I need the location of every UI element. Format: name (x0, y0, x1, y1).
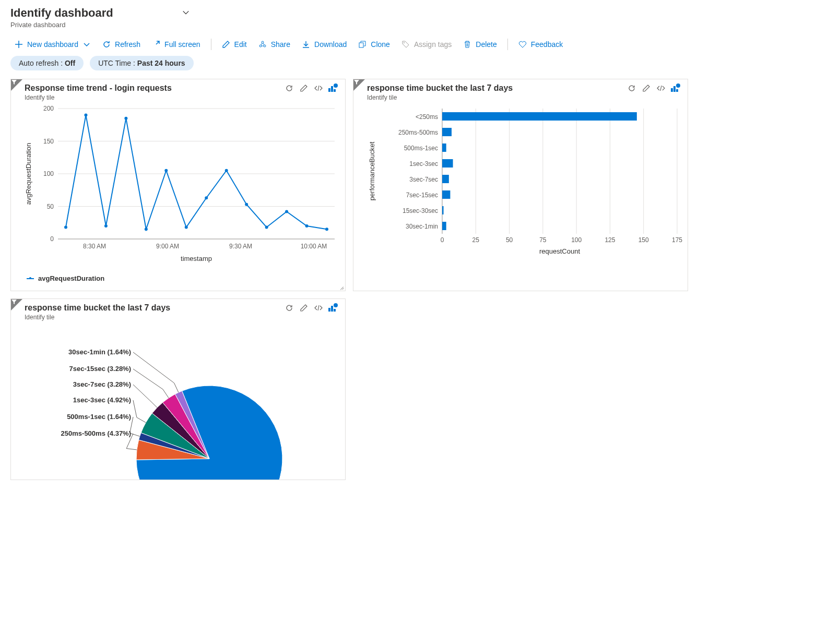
svg-point-28 (104, 224, 108, 228)
svg-text:1sec-3sec (4.92%): 1sec-3sec (4.92%) (73, 396, 131, 404)
svg-text:3sec-7sec (3.28%): 3sec-7sec (3.28%) (73, 380, 131, 388)
code-icon[interactable] (656, 83, 666, 93)
logs-icon[interactable] (328, 83, 338, 93)
svg-point-36 (265, 226, 268, 229)
svg-text:75: 75 (539, 236, 547, 244)
svg-text:8:30 AM: 8:30 AM (83, 243, 106, 250)
share-button[interactable]: Share (254, 38, 294, 51)
pencil-icon[interactable] (299, 303, 309, 313)
edit-button[interactable]: Edit (218, 38, 251, 51)
svg-rect-63 (442, 128, 452, 136)
tile-subtitle: Identify tile (25, 314, 170, 321)
svg-rect-79 (328, 308, 330, 312)
svg-text:9:30 AM: 9:30 AM (229, 243, 252, 250)
svg-rect-61 (442, 112, 637, 121)
download-icon (302, 40, 310, 49)
svg-text:15sec-30sec: 15sec-30sec (403, 207, 438, 214)
svg-rect-5 (328, 88, 330, 92)
svg-point-4 (404, 42, 405, 43)
utc-pill[interactable]: UTC Time : Past 24 hours (90, 56, 194, 70)
svg-text:125: 125 (605, 236, 615, 244)
chevron-down-icon[interactable] (182, 9, 190, 18)
pencil-icon[interactable] (299, 83, 309, 93)
refresh-icon[interactable] (285, 83, 294, 93)
svg-point-35 (245, 203, 248, 206)
clone-button[interactable]: Clone (354, 38, 394, 51)
svg-point-27 (84, 114, 87, 117)
svg-text:7sec-15sec (3.28%): 7sec-15sec (3.28%) (69, 365, 131, 373)
svg-text:100: 100 (43, 170, 54, 177)
svg-text:50: 50 (506, 236, 513, 244)
separator (507, 39, 508, 50)
svg-rect-42 (676, 89, 678, 92)
pencil-icon (222, 40, 230, 49)
svg-text:30sec-1min (1.64%): 30sec-1min (1.64%) (68, 348, 131, 356)
svg-rect-73 (442, 206, 444, 214)
svg-point-33 (205, 196, 208, 199)
svg-text:25: 25 (472, 236, 480, 244)
tile-subtitle: Identify tile (25, 94, 172, 101)
svg-rect-41 (673, 86, 676, 92)
svg-text:0: 0 (50, 235, 54, 243)
new-dashboard-button[interactable]: New dashboard (10, 38, 95, 51)
page-title: Identify dashboard (10, 6, 113, 20)
tile-title: Response time trend - login requests (25, 83, 172, 93)
refresh-icon (102, 40, 111, 49)
fullscreen-button[interactable]: Full screen (148, 38, 204, 51)
svg-rect-80 (331, 306, 333, 312)
svg-point-32 (185, 226, 188, 229)
download-button[interactable]: Download (298, 38, 351, 51)
svg-rect-40 (671, 88, 673, 92)
tile-subtitle: Identify tile (367, 94, 513, 101)
fullscreen-icon (152, 40, 160, 49)
legend: avgRequestDuration (11, 270, 345, 291)
svg-text:150: 150 (638, 236, 649, 244)
autorefresh-pill[interactable]: Auto refresh : Off (10, 56, 84, 70)
svg-point-8 (334, 83, 338, 88)
share-icon (258, 40, 267, 49)
code-icon[interactable] (314, 83, 323, 93)
svg-point-1 (259, 45, 262, 47)
svg-point-43 (676, 83, 680, 88)
svg-rect-71 (442, 190, 450, 199)
resize-handle[interactable] (338, 283, 344, 290)
pencil-icon[interactable] (642, 83, 651, 93)
svg-text:performanceBucket: performanceBucket (368, 141, 376, 200)
svg-point-37 (285, 210, 288, 213)
feedback-button[interactable]: Feedback (514, 38, 567, 51)
svg-point-82 (334, 303, 338, 307)
svg-text:<250ms: <250ms (416, 113, 438, 121)
toolbar: New dashboard Refresh Full screen Edit S… (0, 31, 840, 56)
svg-rect-67 (442, 159, 453, 168)
filter-corner[interactable] (11, 79, 22, 91)
filter-corner[interactable] (11, 299, 22, 310)
filter-corner[interactable] (353, 79, 365, 91)
svg-text:avgRequestDuration: avgRequestDuration (25, 143, 32, 205)
svg-text:250ms-500ms: 250ms-500ms (398, 129, 438, 136)
svg-point-29 (124, 117, 127, 120)
svg-text:250ms-500ms (4.37%): 250ms-500ms (4.37%) (61, 429, 131, 437)
refresh-icon[interactable] (627, 83, 636, 93)
tile-line: Response time trend - login requests Ide… (10, 79, 346, 291)
tile-title: response time bucket the last 7 days (367, 83, 513, 93)
svg-text:3sec-7sec: 3sec-7sec (409, 176, 438, 183)
svg-rect-81 (334, 309, 336, 312)
code-icon[interactable] (314, 303, 323, 313)
svg-point-0 (262, 41, 264, 43)
tag-icon (401, 40, 410, 49)
tile-bar: response time bucket the last 7 days Ide… (353, 79, 688, 291)
separator (211, 39, 211, 50)
svg-text:1sec-3sec: 1sec-3sec (409, 160, 438, 168)
svg-rect-7 (334, 89, 336, 92)
trash-icon (463, 40, 471, 49)
delete-button[interactable]: Delete (459, 38, 501, 51)
plus-icon (15, 40, 23, 49)
svg-point-39 (325, 228, 328, 231)
logs-icon[interactable] (671, 83, 680, 93)
refresh-button[interactable]: Refresh (98, 38, 145, 51)
refresh-icon[interactable] (285, 303, 294, 313)
logs-icon[interactable] (328, 303, 338, 313)
bar-chart: 0255075100125150175<250ms250ms-500ms500m… (353, 103, 688, 260)
svg-text:requestCount: requestCount (539, 247, 580, 255)
svg-text:0: 0 (441, 236, 444, 244)
